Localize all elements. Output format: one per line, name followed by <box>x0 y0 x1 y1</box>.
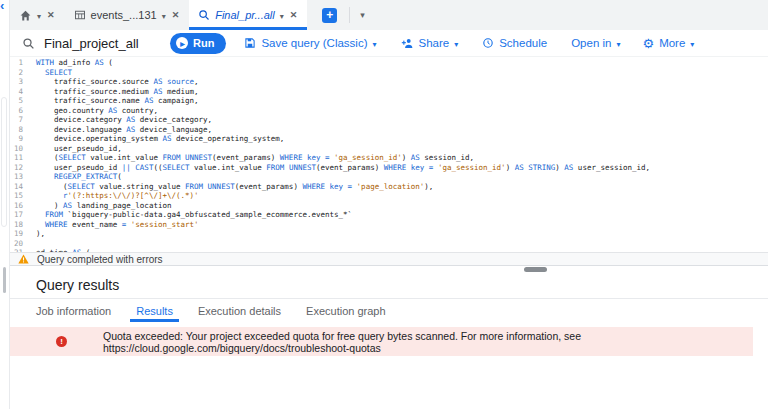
code-line[interactable]: 19), <box>10 229 768 239</box>
tab-events-table[interactable]: events_...131 ✕ <box>65 0 190 30</box>
tab-label: Execution details <box>198 305 281 317</box>
more-button[interactable]: ⚙ More <box>642 37 694 50</box>
line-number: 3 <box>10 77 36 87</box>
code-line[interactable]: 7 device.category AS device_category, <box>10 115 768 125</box>
save-label: Save query (Classic) <box>261 37 367 49</box>
code-line[interactable]: 18 WHERE event_name = 'session_start' <box>10 220 768 230</box>
code-line[interactable]: 12 user_pseudo_id || CAST((SELECT value.… <box>10 163 768 173</box>
line-number: 15 <box>10 191 36 201</box>
close-icon[interactable]: ✕ <box>289 10 299 20</box>
play-icon <box>176 37 188 49</box>
save-icon <box>244 37 256 49</box>
open-in-label: Open in <box>571 37 611 49</box>
close-icon[interactable]: ✕ <box>171 10 181 20</box>
line-number: 19 <box>10 229 36 239</box>
share-label: Share <box>419 37 450 49</box>
code-line[interactable]: 20 <box>10 239 768 249</box>
chevron-down-icon <box>616 37 620 49</box>
tab-home[interactable]: ✕ <box>10 0 65 30</box>
code-line[interactable]: 15 r'(?:https:\/\/)?[^\/]+\/(.*)' <box>10 191 768 201</box>
code-line[interactable]: 11 (SELECT value.int_value FROM UNNEST(e… <box>10 153 768 163</box>
line-number: 5 <box>10 96 36 106</box>
panel-resize-handle[interactable] <box>524 267 547 272</box>
left-scrollbar-track <box>1 97 7 227</box>
gear-icon: ⚙ <box>642 37 654 50</box>
warning-icon <box>18 254 29 264</box>
line-number: 9 <box>10 134 36 144</box>
line-number: 13 <box>10 172 36 182</box>
tab-execution-details[interactable]: Execution details <box>192 299 287 322</box>
divider <box>349 7 350 23</box>
line-number: 12 <box>10 163 36 173</box>
bigquery-workspace: ✕ events_...131 ✕ Final_pr...all ✕ Final… <box>10 0 768 409</box>
code-line[interactable]: 3 traffic_source.source AS source, <box>10 77 768 87</box>
query-status-bar: Query completed with errors <box>10 252 768 266</box>
tab-job-information[interactable]: Job information <box>30 299 117 322</box>
line-number: 10 <box>10 144 36 154</box>
code-line[interactable]: 14 (SELECT value.string_value FROM UNNES… <box>10 182 768 192</box>
tab-label: Job information <box>36 305 111 317</box>
tab-execution-graph[interactable]: Execution graph <box>300 299 392 322</box>
line-number: 11 <box>10 153 36 163</box>
table-icon <box>74 9 86 21</box>
scroll-tabs-left-icon[interactable]: ‹ <box>0 0 4 13</box>
chevron-down-icon[interactable] <box>162 9 166 21</box>
code-line[interactable]: 8 device.language AS device_language, <box>10 125 768 135</box>
error-message: Quota exceeded: Your project exceeded qu… <box>103 330 753 354</box>
schedule-button[interactable]: Schedule <box>482 37 547 49</box>
line-number: 6 <box>10 106 36 116</box>
code-line[interactable]: 4 traffic_source.medium AS medium, <box>10 87 768 97</box>
code-lines: 1WITH ad_info AS (2 SELECT3 traffic_sour… <box>10 58 768 252</box>
line-number: 7 <box>10 115 36 125</box>
add-tab-button[interactable] <box>322 8 337 23</box>
left-panel-strip: ‹ <box>0 0 10 409</box>
line-number: 14 <box>10 182 36 192</box>
save-query-button[interactable]: Save query (Classic) <box>244 37 376 49</box>
code-line[interactable]: 9 device.operating_system AS device_oper… <box>10 134 768 144</box>
code-line[interactable]: 10 user_pseudo_id, <box>10 144 768 154</box>
run-label: Run <box>193 37 214 49</box>
code-line[interactable]: 13 REGEXP_EXTRACT( <box>10 172 768 182</box>
line-number: 16 <box>10 201 36 211</box>
tab-label: Results <box>136 305 173 317</box>
tab-final-project-query[interactable]: Final_pr...all ✕ <box>189 0 307 30</box>
sql-editor[interactable]: 1WITH ad_info AS (2 SELECT3 traffic_sour… <box>10 58 768 252</box>
error-icon <box>56 336 67 347</box>
chevron-down-icon <box>690 37 694 49</box>
chevron-down-icon[interactable] <box>37 9 41 21</box>
clock-icon <box>482 37 494 49</box>
tab-label: events_...131 <box>91 9 157 21</box>
tab-overflow-menu-icon[interactable] <box>360 10 365 20</box>
status-message: Query completed with errors <box>37 254 163 265</box>
line-number: 20 <box>10 239 36 249</box>
results-header: Query results <box>36 277 119 293</box>
query-title: Final_project_all <box>44 36 156 51</box>
query-search-icon <box>22 37 35 50</box>
tab-results[interactable]: Results <box>130 299 179 322</box>
results-tab-bar: Job information Results Execution detail… <box>10 298 768 322</box>
close-icon[interactable]: ✕ <box>46 10 56 20</box>
person-add-icon <box>401 37 414 50</box>
run-button[interactable]: Run <box>170 33 226 54</box>
chevron-down-icon[interactable] <box>280 9 284 21</box>
open-in-button[interactable]: Open in <box>571 37 620 49</box>
tab-label: Execution graph <box>306 305 386 317</box>
tab-label: Final_pr...all <box>215 9 275 21</box>
code-line[interactable]: 17 FROM `bigquery-public-data.ga4_obfusc… <box>10 210 768 220</box>
code-line[interactable]: 1WITH ad_info AS ( <box>10 58 768 68</box>
quota-error-banner: Quota exceeded: Your project exceeded qu… <box>10 327 753 356</box>
code-line[interactable]: 5 traffic_source.name AS campaign, <box>10 96 768 106</box>
code-line[interactable]: 2 SELECT <box>10 68 768 78</box>
line-number: 2 <box>10 68 36 78</box>
home-icon <box>19 9 32 22</box>
chevron-down-icon <box>454 37 458 49</box>
code-line[interactable]: 6 geo.country AS country, <box>10 106 768 116</box>
line-number: 18 <box>10 220 36 230</box>
code-line[interactable]: 16 ) AS landing_page_location <box>10 201 768 211</box>
left-scrollbar-thumb[interactable] <box>3 267 6 293</box>
line-number: 1 <box>10 58 36 68</box>
schedule-label: Schedule <box>499 37 547 49</box>
editor-tab-strip: ✕ events_...131 ✕ Final_pr...all ✕ <box>10 0 768 30</box>
line-number: 4 <box>10 87 36 97</box>
share-button[interactable]: Share <box>401 37 459 50</box>
